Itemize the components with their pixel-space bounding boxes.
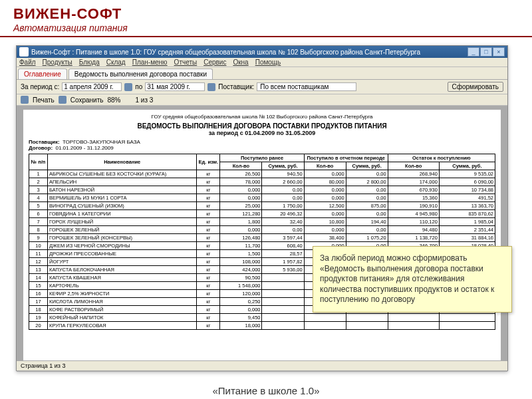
report-title: ВЕДОМОСТЬ ВЫПОЛНЕНИЯ ДОГОВОРА ПОСТАВКИ П…: [29, 122, 495, 130]
calendar-icon[interactable]: [207, 83, 215, 91]
date-from-input[interactable]: [62, 82, 122, 91]
window-titlebar: Вижен-Софт : Питание в школе 1.0: ГОУ ср…: [17, 46, 507, 58]
form-button[interactable]: Сформировать: [448, 82, 504, 92]
statusbar: Страница 1 из 3: [17, 360, 507, 370]
menu-stock[interactable]: Склад: [106, 59, 126, 66]
menubar: Файл Продукты Блюда Склад План-меню Отче…: [17, 58, 507, 67]
supplier-label: Поставщик:: [218, 83, 254, 90]
slide-footer: «Питание в школе 1.0»: [0, 385, 532, 396]
report-meta: Поставщик: ТОРГОВО-ЗАКУПОЧНАЯ БАЗА Догов…: [29, 139, 495, 151]
report-page: ГОУ средняя общеобразовательная школа № …: [23, 110, 501, 368]
print-label[interactable]: Печать: [33, 96, 55, 104]
table-row: 6ГОВЯДИНА 1 КАТЕГОРИИкг121,28020 496,320…: [29, 210, 495, 218]
save-icon[interactable]: [59, 96, 66, 104]
table-row: 4ВЕРМИШЕЛЬ ИЗ МУКИ 1 СОРТАкг0,0000,000,0…: [29, 194, 495, 202]
table-row: 5ВИНОГРАД СУШЕНЫЙ (ИЗЮМ)кг25,0001 750,00…: [29, 202, 495, 210]
table-row: 9ГОРОШЕК ЗЕЛЕНЫЙ (КОНСЕРВЫ)кг126,4803 59…: [29, 234, 495, 242]
brand-name: ВИЖЕН-СОФТ: [13, 5, 519, 23]
minimize-button[interactable]: _: [467, 47, 479, 57]
brand-subtitle: Автоматизация питания: [13, 23, 519, 33]
menu-plan[interactable]: План-меню: [132, 59, 168, 66]
date-to-input[interactable]: [145, 82, 205, 91]
calendar-icon[interactable]: [124, 83, 132, 91]
to-label: по: [135, 83, 142, 90]
menu-windows[interactable]: Окна: [233, 59, 248, 66]
slide-header: ВИЖЕН-СОФТ Автоматизация питания: [0, 0, 532, 37]
menu-products[interactable]: Продукты: [43, 59, 72, 66]
table-row: 2АПЕЛЬСИНкг78,0002 660,0080,0002 800,001…: [29, 178, 495, 186]
app-window: Вижен-Софт : Питание в школе 1.0: ГОУ ср…: [16, 45, 508, 371]
menu-file[interactable]: Файл: [19, 59, 36, 66]
scale-value[interactable]: 88%: [107, 96, 120, 104]
print-toolbar: Печать Сохранить 88% 1 из 3: [17, 94, 507, 106]
nav-label: 1 из 3: [135, 96, 153, 104]
tab-report[interactable]: Ведомость выполнения договора поставки: [68, 68, 213, 79]
window-title: Вижен-Софт : Питание в школе 1.0: ГОУ ср…: [31, 49, 467, 56]
print-icon[interactable]: [21, 96, 29, 104]
table-row: 20КРУПА ГЕРКУЛЕСОВАЯкг18,000: [29, 322, 495, 330]
window-controls: _ □ ×: [467, 47, 505, 57]
document-tabs: Оглавление Ведомость выполнения договора…: [17, 67, 507, 80]
tab-contents[interactable]: Оглавление: [18, 68, 67, 79]
menu-dishes[interactable]: Блюда: [79, 59, 100, 66]
table-row: 8ГОРОШЕК ЗЕЛЕНЫЙкг0,0000,000,0000,0094,4…: [29, 226, 495, 234]
supplier-dropdown[interactable]: По всем поставщикам: [257, 82, 356, 91]
report-period: за период с 01.04.2009 по 31.05.2009: [29, 130, 495, 136]
menu-help[interactable]: Помощь: [255, 59, 281, 66]
menu-service[interactable]: Сервис: [203, 59, 226, 66]
maximize-button[interactable]: □: [480, 47, 492, 57]
document-viewport[interactable]: ГОУ средняя общеобразовательная школа № …: [17, 106, 507, 372]
annotation-callout: За любой период можно сформировать «Ведо…: [313, 246, 512, 313]
table-row: 3БАТОН НАРЕЗНОЙкг0,0000,000,0000,00670,9…: [29, 186, 495, 194]
table-row: 1АБРИКОСЫ СУШЕНЫЕ БЕЗ КОСТОЧКИ (КУРАГА)к…: [29, 170, 495, 178]
filter-toolbar: За период с: по Поставщик: По всем поста…: [17, 80, 507, 94]
menu-reports[interactable]: Отчеты: [174, 59, 198, 66]
period-label: За период с:: [21, 83, 59, 90]
app-icon: [19, 47, 29, 57]
close-button[interactable]: ×: [493, 47, 505, 57]
table-row: 19КОФЕЙНЫЙ НАПИТОКкг9,450: [29, 314, 495, 322]
table-row: 7ГОРОХ ЛУЩЕНЫЙкг1,80032,4010,800194,4011…: [29, 218, 495, 226]
save-label[interactable]: Сохранить: [70, 96, 104, 104]
org-name: ГОУ средняя общеобразовательная школа № …: [29, 114, 495, 120]
